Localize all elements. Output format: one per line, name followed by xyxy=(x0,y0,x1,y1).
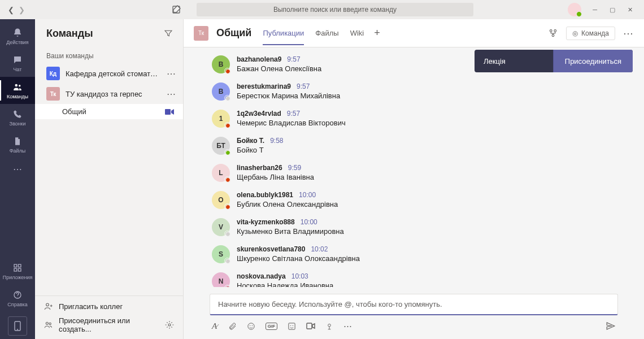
filter-icon[interactable] xyxy=(164,29,173,38)
svg-point-1 xyxy=(15,84,18,87)
message-text: Берестюк Марина Михайлівна xyxy=(237,92,627,100)
message-avatar: S xyxy=(212,245,230,263)
rail-more-icon[interactable]: ⋯ xyxy=(13,160,23,177)
message-time: 9:57 xyxy=(297,82,310,90)
svg-point-20 xyxy=(252,325,253,325)
message-avatar: L xyxy=(212,164,230,182)
svg-rect-4 xyxy=(18,264,21,267)
message-avatar: V xyxy=(212,218,230,236)
message-username: linasherban26 xyxy=(237,164,282,172)
channel-item[interactable]: Общий xyxy=(35,104,183,119)
svg-rect-10 xyxy=(165,109,171,115)
close-icon[interactable]: ✕ xyxy=(628,6,633,14)
message-item[interactable]: Llinasherban269:59Щербань Ліна Іванівна xyxy=(212,162,627,189)
invite-label: Пригласить коллег xyxy=(59,302,123,311)
invite-colleagues[interactable]: Пригласить коллег xyxy=(44,302,174,311)
svg-rect-21 xyxy=(289,323,295,329)
svg-point-16 xyxy=(554,29,556,32)
message-item[interactable]: Vvita-kyzmenko88810:00Кузьменко Вита Вла… xyxy=(212,216,627,243)
tab-posts[interactable]: Публикации xyxy=(263,21,304,45)
attach-icon[interactable] xyxy=(228,322,237,331)
rail-files[interactable]: Файлы xyxy=(0,131,35,158)
phone-icon xyxy=(12,108,23,120)
channel-more-icon[interactable]: ⋯ xyxy=(623,27,634,40)
message-item[interactable]: 11q2w3e4rvlad9:57Чемерис Владислав Вікто… xyxy=(212,107,627,134)
tab-wiki[interactable]: Wiki xyxy=(350,21,364,45)
tab-files[interactable]: Файлы xyxy=(315,21,338,45)
meet-icon[interactable] xyxy=(306,323,315,329)
rail-chat[interactable]: Чат xyxy=(0,50,35,77)
send-icon[interactable] xyxy=(606,321,616,331)
channel-name: Общий xyxy=(62,107,86,116)
teams-icon xyxy=(12,81,23,93)
rail-mobile-icon[interactable] xyxy=(8,316,27,336)
message-text: Носкова Надежда Ивановна xyxy=(237,281,627,287)
svg-rect-24 xyxy=(307,323,312,329)
rail-label: Звонки xyxy=(9,121,25,127)
message-time: 9:58 xyxy=(270,137,283,145)
bell-icon xyxy=(12,27,23,38)
titlebar: ❮ ❯ Выполните поиск или введите команду … xyxy=(0,0,644,19)
rail-label: Файлы xyxy=(10,148,26,154)
minimize-icon[interactable]: ─ xyxy=(593,6,597,14)
message-time: 9:57 xyxy=(287,55,300,63)
team-item[interactable]: Тк ТУ кандидоз та герпес ⋯ xyxy=(35,84,183,104)
rail-apps[interactable]: Приложения xyxy=(0,258,35,285)
compose-area: Начните новую беседу. Используйте @, что… xyxy=(184,287,644,339)
team-button-label: Команда xyxy=(581,29,609,37)
svg-point-11 xyxy=(46,303,49,306)
message-item[interactable]: Bberestukmarina99:57Берестюк Марина Миха… xyxy=(212,80,627,107)
team-more-icon[interactable]: ⋯ xyxy=(167,89,176,99)
team-more-icon[interactable]: ⋯ xyxy=(167,68,176,79)
meeting-join-button[interactable]: Присоединиться xyxy=(553,50,633,72)
message-item[interactable]: Sskurenkosvetlana78010:02Шкуренко Світла… xyxy=(212,243,627,270)
meet-now-icon[interactable] xyxy=(165,108,174,115)
gif-icon[interactable]: GIF xyxy=(266,323,277,330)
join-create-team[interactable]: Присоединиться или создать... xyxy=(44,316,174,333)
message-username: 1q2w3e4rvlad xyxy=(237,110,281,118)
svg-point-12 xyxy=(46,322,48,324)
teams-sidebar: Команды Ваши команды Кд Кафедра детской … xyxy=(35,19,184,339)
message-username: vita-kyzmenko888 xyxy=(237,218,295,226)
message-time: 10:03 xyxy=(291,272,308,280)
team-avatar: Тк xyxy=(46,87,60,101)
stream-icon[interactable] xyxy=(325,322,333,331)
message-text: Кузьменко Вита Владимировна xyxy=(237,227,627,236)
nav-forward-icon[interactable]: ❯ xyxy=(19,6,25,14)
apps-icon xyxy=(12,262,23,273)
sticker-icon[interactable] xyxy=(288,322,296,331)
emoji-icon[interactable] xyxy=(247,322,255,331)
message-text: Бублик Олена Олександрівна xyxy=(237,200,627,208)
message-time: 10:02 xyxy=(311,245,328,253)
settings-icon[interactable] xyxy=(165,320,174,329)
team-name: Кафедра детской стоматологии xyxy=(66,69,161,78)
team-info-button[interactable]: ◎ Команда xyxy=(566,27,615,40)
rail-activity[interactable]: Действия xyxy=(0,23,35,50)
user-avatar[interactable] xyxy=(568,3,581,16)
search-input[interactable]: Выполните поиск или введите команду xyxy=(197,3,473,16)
compose-more-icon[interactable]: ⋯ xyxy=(343,321,352,331)
rail-calls[interactable]: Звонки xyxy=(0,104,35,131)
message-item[interactable]: Oolena.bublyk198110:00Бублик Олена Олекс… xyxy=(212,189,627,216)
svg-point-13 xyxy=(49,323,51,324)
svg-point-15 xyxy=(550,29,552,32)
message-username: Бойко Т. xyxy=(237,137,264,145)
svg-point-25 xyxy=(328,324,331,327)
add-tab-icon[interactable]: + xyxy=(374,27,380,39)
chat-icon xyxy=(12,54,23,66)
team-item[interactable]: Кд Кафедра детской стоматологии ⋯ xyxy=(35,63,183,84)
message-username: bazhanolena9 xyxy=(237,55,281,63)
message-text: Щербань Ліна Іванівна xyxy=(237,173,627,181)
message-text: Шкуренко Світлана Олоксаандрівна xyxy=(237,254,627,263)
message-item[interactable]: Nnoskova.nadya10:03Носкова Надежда Ивано… xyxy=(212,270,627,287)
org-icon[interactable] xyxy=(548,28,558,38)
compose-input[interactable]: Начните новую беседу. Используйте @, что… xyxy=(210,294,618,315)
format-icon[interactable]: A⁄ xyxy=(212,321,218,331)
nav-back-icon[interactable]: ❮ xyxy=(8,6,14,14)
message-text: Чемерис Владислав Вікторович xyxy=(237,119,627,127)
rail-teams[interactable]: Команды xyxy=(0,77,35,104)
maximize-icon[interactable]: ▢ xyxy=(610,6,615,14)
rail-help[interactable]: Справка xyxy=(0,285,35,312)
new-message-icon[interactable] xyxy=(168,2,184,18)
message-item[interactable]: БТБойко Т.9:58Бойко Т xyxy=(212,134,627,162)
